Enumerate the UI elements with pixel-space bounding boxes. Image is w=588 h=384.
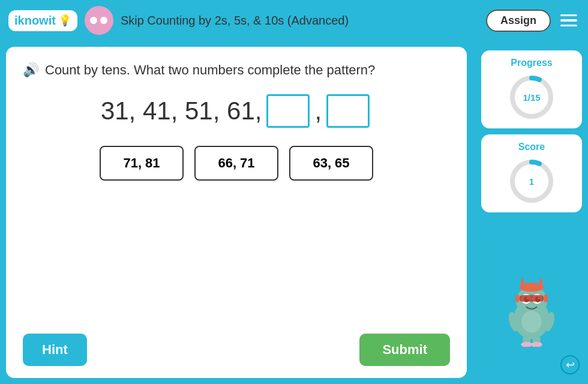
- progress-card: Progress 1/15: [481, 50, 582, 128]
- content-panel: 🔊 Count by tens. What two numbers comple…: [6, 47, 467, 378]
- answer-choices: 71, 81 66, 71 63, 65: [23, 146, 450, 181]
- choice-label-1: 71, 81: [123, 155, 160, 170]
- svg-point-22: [521, 311, 541, 333]
- question-area: 🔊 Count by tens. What two numbers comple…: [23, 61, 450, 80]
- choice-button-1[interactable]: 71, 81: [100, 146, 184, 181]
- header: iknowit 💡 Skip Counting by 2s, 5s, & 10s…: [0, 0, 588, 41]
- score-value: 1: [529, 176, 534, 187]
- logo-text: iknowit: [14, 14, 56, 28]
- svg-rect-14: [515, 295, 520, 302]
- choice-label-3: 63, 65: [313, 155, 349, 170]
- progress-ring: 1/15: [508, 73, 556, 121]
- choice-button-2[interactable]: 66, 71: [194, 146, 278, 181]
- avatar: [85, 6, 113, 35]
- menu-button[interactable]: [558, 12, 580, 29]
- bulb-icon: 💡: [58, 14, 71, 27]
- divider: [473, 47, 475, 378]
- bottom-actions: Hint Submit: [23, 334, 450, 366]
- avatar-dot-1: [90, 17, 97, 24]
- monster-character: [496, 269, 568, 347]
- svg-point-21: [531, 342, 542, 347]
- comma-separator: ,: [314, 97, 322, 125]
- assign-button[interactable]: Assign: [486, 10, 551, 32]
- choice-button-3[interactable]: 63, 65: [289, 146, 373, 181]
- sound-icon[interactable]: 🔊: [23, 62, 39, 78]
- main-area: 🔊 Count by tens. What two numbers comple…: [0, 41, 588, 384]
- choice-label-2: 66, 71: [218, 155, 254, 170]
- hamburger-line-2: [560, 19, 577, 22]
- blank-box-1[interactable]: [266, 94, 310, 128]
- back-button[interactable]: ↩: [560, 355, 580, 374]
- back-icon: ↩: [566, 358, 575, 371]
- avatar-dots: [90, 17, 107, 24]
- hamburger-line-3: [560, 25, 577, 27]
- pattern-display: 31, 41, 51, 61, ,: [23, 94, 450, 128]
- lesson-title: Skip Counting by 2s, 5s, & 10s (Advanced…: [121, 14, 479, 28]
- svg-rect-12: [520, 295, 544, 302]
- logo: iknowit 💡: [8, 10, 77, 31]
- progress-value: 1/15: [523, 92, 540, 103]
- blank-box-2[interactable]: [326, 94, 370, 128]
- score-ring: 1: [508, 157, 556, 205]
- hamburger-line-1: [560, 14, 577, 17]
- score-card: Score 1: [481, 134, 582, 212]
- monster-area: [496, 218, 568, 349]
- question-text: Count by tens. What two numbers complete…: [45, 61, 375, 80]
- submit-button[interactable]: Submit: [359, 334, 450, 366]
- svg-rect-15: [544, 295, 548, 302]
- svg-point-20: [521, 342, 532, 347]
- right-panel: Progress 1/15 Score 1: [481, 47, 582, 378]
- hint-button[interactable]: Hint: [23, 334, 87, 366]
- avatar-dot-2: [100, 17, 107, 24]
- score-label: Score: [518, 142, 545, 152]
- pattern-numbers: 31, 41, 51, 61,: [101, 97, 262, 125]
- progress-label: Progress: [511, 58, 552, 68]
